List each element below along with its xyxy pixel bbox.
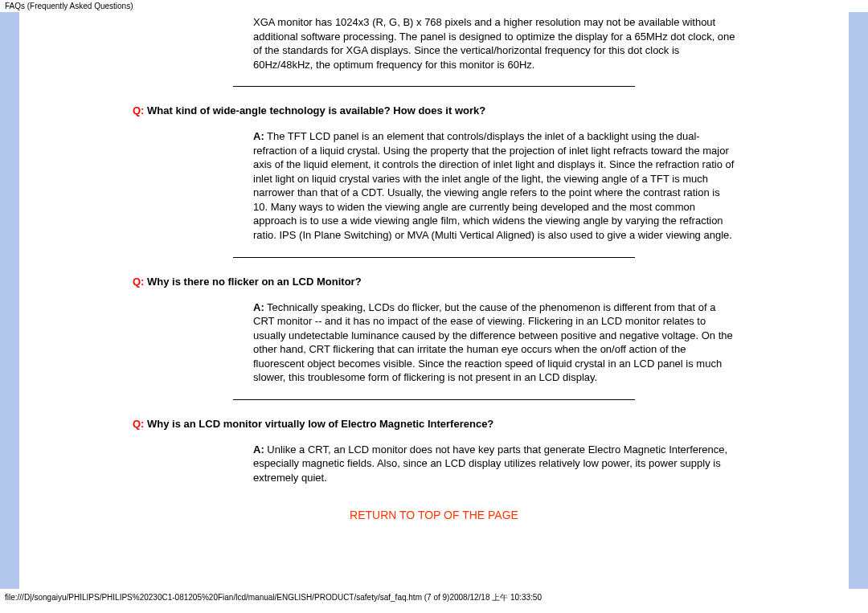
faq-question: Q: Why is an LCD monitor virtually low o… (133, 418, 735, 430)
window-title: FAQs (Frequently Asked Questions) (0, 0, 868, 12)
answer-text: Unlike a CRT, an LCD monitor does not ha… (253, 443, 727, 484)
answer-text: Technically speaking, LCDs do flicker, b… (253, 301, 733, 384)
q-label: Q: (133, 276, 144, 288)
faq-question: Q: Why is there no flicker on an LCD Mon… (133, 276, 735, 288)
faq-item: Q: What kind of wide-angle technology is… (133, 104, 735, 242)
question-text: Why is an LCD monitor virtually low of E… (144, 418, 493, 430)
q-label: Q: (133, 418, 144, 430)
faq-question: Q: What kind of wide-angle technology is… (133, 104, 735, 116)
question-text: Why is there no flicker on an LCD Monito… (144, 276, 361, 288)
answer-text: The TFT LCD panel is an element that con… (253, 130, 734, 241)
faq-answer: A: Technically speaking, LCDs do flicker… (133, 300, 735, 385)
content-column: XGA monitor has 1024x3 (R, G, B) x 768 p… (133, 12, 735, 529)
page-body: XGA monitor has 1024x3 (R, G, B) x 768 p… (19, 12, 849, 589)
faq-item: Q: Why is there no flicker on an LCD Mon… (133, 276, 735, 385)
separator (233, 257, 635, 258)
faq-answer: A: The TFT LCD panel is an element that … (133, 129, 735, 242)
a-label: A: (253, 443, 264, 456)
outer-frame: XGA monitor has 1024x3 (R, G, B) x 768 p… (0, 12, 868, 589)
question-text: What kind of wide-angle technology is av… (144, 104, 485, 116)
footer-path: file:///D|/songaiyu/PHILIPS/PHILIPS%2023… (0, 589, 868, 607)
q-label: Q: (133, 104, 144, 116)
separator (233, 399, 635, 400)
a-label: A: (253, 301, 264, 313)
a-label: A: (253, 130, 264, 142)
separator (233, 86, 635, 87)
return-to-top-link[interactable]: RETURN TO TOP OF THE PAGE (133, 509, 735, 529)
faq-item: Q: Why is an LCD monitor virtually low o… (133, 418, 735, 485)
intro-paragraph: XGA monitor has 1024x3 (R, G, B) x 768 p… (133, 15, 735, 72)
faq-answer: A: Unlike a CRT, an LCD monitor does not… (133, 443, 735, 485)
